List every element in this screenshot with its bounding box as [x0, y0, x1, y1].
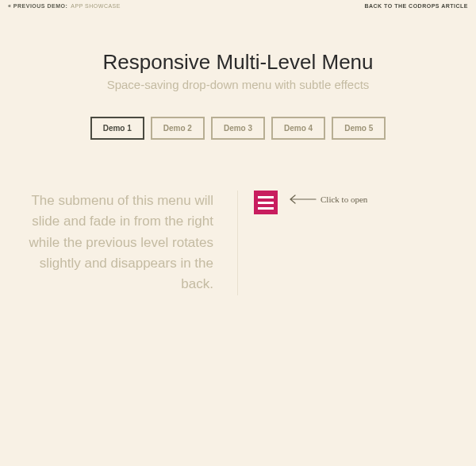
- top-bar: « Previous Demo: App Showcase back to th…: [0, 0, 476, 12]
- back-to-article-link[interactable]: back to the Codrops article: [364, 3, 468, 9]
- hamburger-icon: [258, 196, 274, 198]
- demo-link-1[interactable]: Demo 1: [90, 117, 144, 140]
- click-to-open-label: Click to open: [321, 194, 367, 204]
- previous-demo-wrap: « Previous Demo: App Showcase: [8, 3, 121, 9]
- hamburger-icon: [258, 207, 274, 210]
- column-right: Click to open: [238, 191, 460, 295]
- column-left: The submenu of this menu will slide and …: [16, 191, 238, 295]
- demo-nav: Demo 1 Demo 2 Demo 3 Demo 4 Demo 5: [0, 117, 476, 140]
- demo-link-3[interactable]: Demo 3: [211, 117, 265, 140]
- demo-link-5[interactable]: Demo 5: [332, 117, 386, 140]
- demo-link-2[interactable]: Demo 2: [151, 117, 205, 140]
- header: Responsive Multi-Level Menu Space-saving…: [0, 50, 476, 91]
- demo-description: The submenu of this menu will slide and …: [24, 191, 213, 295]
- menu-trigger-button[interactable]: [254, 191, 278, 214]
- previous-demo-prefix: « Previous Demo:: [8, 3, 67, 9]
- click-to-open-hint: Click to open: [286, 194, 367, 205]
- hamburger-icon: [258, 202, 274, 204]
- page-title: Responsive Multi-Level Menu: [0, 50, 476, 75]
- page-subtitle: Space-saving drop-down menu with subtle …: [0, 78, 476, 91]
- arrow-left-icon: [286, 194, 317, 205]
- main: The submenu of this menu will slide and …: [0, 191, 476, 295]
- demo-link-4[interactable]: Demo 4: [271, 117, 325, 140]
- previous-demo-link[interactable]: App Showcase: [71, 3, 121, 9]
